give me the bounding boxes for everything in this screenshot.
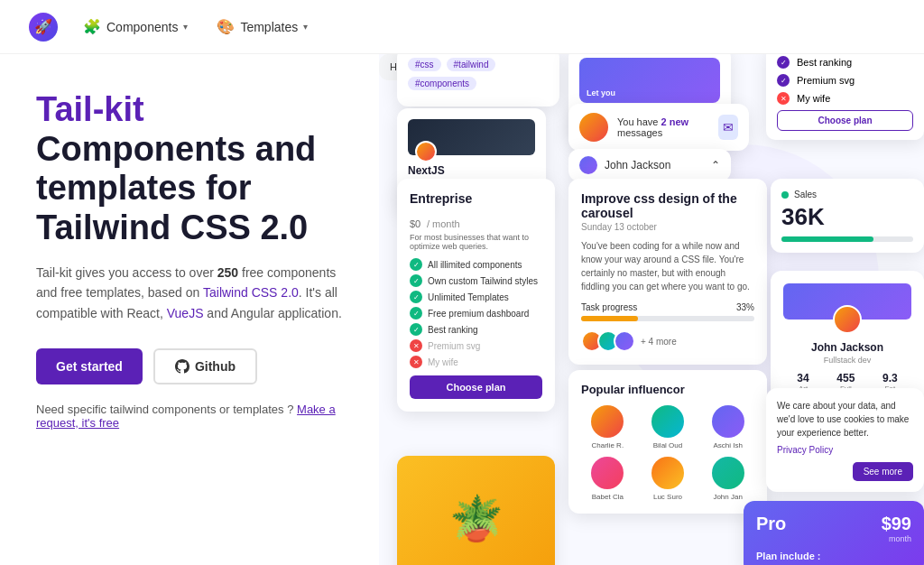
feature-3: ✓ Unlimited Templates [410, 291, 542, 303]
card-dropdown[interactable]: John Jackson ⌃ [568, 149, 731, 181]
check-icon-2: ✓ [777, 74, 790, 87]
x-icon: ✕ [777, 92, 790, 105]
check-icon-f5: ✓ [410, 323, 422, 336]
get-started-button[interactable]: Get started [36, 348, 143, 384]
pro-price-period: month [882, 534, 911, 543]
feature-4: ✓ Free premium dashboard [410, 307, 542, 320]
influencer-title: Popular influencor [581, 383, 754, 396]
check-icon-f3: ✓ [410, 291, 422, 303]
pricing-plan-name: Entreprise [410, 191, 542, 206]
dropdown-chevron: ⌃ [711, 159, 720, 171]
influencer-5: Luc Suro [642, 457, 695, 501]
components-label: Components [106, 20, 178, 34]
pricing-note: For most businesses that want to optimiz… [410, 233, 542, 251]
logo[interactable]: 🚀 [29, 13, 58, 42]
github-button[interactable]: Github [153, 348, 257, 384]
hero-title-main: Components and templates for Tailwind CS… [36, 130, 316, 246]
nav-templates[interactable]: 🎨 Templates ▾ [213, 11, 311, 42]
john-header-bg [783, 283, 911, 320]
task-title: Improve css design of the carousel [581, 191, 754, 220]
task-progress-label: Task progress 33% [581, 302, 754, 312]
github-label: Github [195, 359, 236, 374]
card-cookie: We care about your data, and we'd love t… [766, 388, 924, 492]
task-progress-fill [581, 316, 638, 321]
x-icon-f7: ✕ [410, 356, 422, 368]
ranking-item-best: ✓ Best ranking [777, 56, 913, 69]
profile-header-text: Let you [587, 88, 615, 97]
influencer-1: Charlie R. [581, 405, 634, 449]
sales-progress-bar [781, 236, 913, 242]
nextjs-title: NextJS [408, 164, 535, 177]
logo-icon: 🚀 [29, 13, 58, 42]
hero-title-highlight: Tail-kit [36, 90, 144, 128]
influencer-avatar-2 [651, 405, 684, 438]
influencer-avatar-1 [591, 405, 624, 438]
premium-svg-label: Premium svg [797, 75, 855, 86]
check-icon-f1: ✓ [410, 258, 422, 271]
feature-6: ✕ Premium svg [410, 339, 542, 352]
chevron-down-icon: ▾ [183, 22, 188, 32]
hero-title: Tail-kit Components and templates for Ta… [36, 90, 343, 248]
dropdown-row: John Jackson ⌃ [579, 156, 720, 174]
task-more: + 4 more [641, 337, 677, 347]
choose-plan-pricing-button[interactable]: Choose plan [410, 375, 542, 399]
task-progress-bar [581, 316, 754, 321]
components-icon: 🧩 [83, 18, 101, 35]
card-pricing: Entreprise $0 / month For most businesse… [397, 179, 555, 412]
influencer-avatar-3 [712, 405, 744, 438]
john-avatar [833, 305, 862, 334]
john-name: John Jackson [783, 341, 911, 354]
choose-plan-button-ranking[interactable]: Choose plan [777, 110, 913, 131]
pro-header: Pro $99 month [756, 514, 911, 543]
dropdown-left: John Jackson [579, 156, 670, 174]
best-ranking-label: Best ranking [797, 57, 852, 68]
card-plant: 🪴 [397, 456, 555, 565]
influencer-3: Aschi Ish [701, 405, 754, 449]
nav-components[interactable]: 🧩 Components ▾ [79, 11, 191, 42]
influencer-grid: Charlie R. Bilal Oud Aschi Ish Babet Cla… [581, 405, 754, 501]
influencer-4: Babet Cla [581, 457, 634, 501]
tag-tailwind: #tailwind [447, 58, 496, 71]
github-icon [175, 359, 189, 374]
ranking-item-premium: ✓ Premium svg [777, 74, 913, 87]
nextjs-header-bg [408, 119, 535, 155]
sales-dot [781, 191, 789, 199]
task-avatars: + 4 more [581, 330, 754, 352]
privacy-policy-link[interactable]: Privacy Policy [777, 445, 913, 455]
plant-emoji: 🪴 [449, 494, 504, 544]
dropdown-name: John Jackson [605, 159, 670, 171]
templates-icon: 🎨 [217, 18, 235, 35]
notification-avatar [579, 113, 608, 142]
pro-label: Pro [756, 514, 786, 534]
john-role: Fullstack dev [783, 356, 911, 365]
influencer-2: Bilal Oud [642, 405, 695, 449]
templates-label: Templates [240, 20, 298, 34]
hero-description: Tail-kit gives you access to over 250 fr… [36, 263, 343, 323]
check-icon-f4: ✓ [410, 307, 422, 320]
check-icon-f2: ✓ [410, 274, 422, 287]
preview-section: #css #tailwind #components Let you See p… [379, 54, 924, 565]
card-notification: You have 2 new messages ✉ [568, 104, 749, 151]
tag-row: #css #tailwind [408, 58, 549, 71]
card-pro-plan: Pro $99 month Plan include : [744, 501, 924, 565]
card-tags: #css #tailwind #components [397, 54, 559, 107]
check-icon: ✓ [777, 56, 790, 69]
card-task: Improve css design of the carousel Sunda… [568, 179, 767, 365]
influencer-avatar-5 [651, 457, 684, 489]
hero-section: Tail-kit Components and templates for Ta… [0, 54, 379, 565]
sales-bar-fill [781, 236, 873, 242]
feature-2: ✓ Own custom Tailwind styles [410, 274, 542, 287]
ranking-item-wife: ✕ My wife [777, 92, 913, 105]
influencer-avatar-6 [712, 457, 744, 489]
card-ranking: ✓ Best ranking ✓ Premium svg ✕ My wife C… [766, 54, 924, 140]
tag-row-2: #components [408, 77, 549, 90]
hero-footer: Need specific tailwind components or tem… [36, 403, 343, 430]
cookie-text: We care about your data, and we'd love t… [777, 399, 913, 440]
main-layout: Tail-kit Components and templates for Ta… [0, 54, 924, 565]
see-more-button[interactable]: See more [853, 462, 913, 481]
x-icon-f6: ✕ [410, 339, 422, 352]
tag-components: #components [408, 77, 476, 90]
tag-css: #css [408, 58, 441, 71]
hero-buttons: Get started Github [36, 348, 343, 384]
card-sales: Sales 36K [771, 179, 924, 253]
